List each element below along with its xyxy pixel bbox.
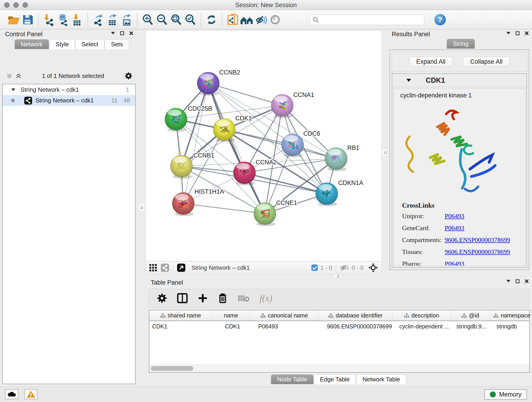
shared-column-icon bbox=[160, 313, 165, 318]
tab-network-table[interactable]: Network Table bbox=[356, 375, 406, 384]
cell-namespace[interactable]: stringdb bbox=[490, 323, 532, 330]
crosslink-link[interactable]: 9606.ENSP00000378699 bbox=[445, 236, 510, 244]
cell-name[interactable]: CDK1 bbox=[212, 323, 250, 330]
grid-view-icon[interactable] bbox=[149, 264, 157, 272]
zoom-out-icon[interactable] bbox=[155, 13, 169, 27]
table-settings-gear-icon[interactable] bbox=[157, 293, 167, 303]
help-icon[interactable]: ? bbox=[434, 14, 446, 26]
network-collection-row[interactable]: String Network – cdk1 1 bbox=[3, 84, 135, 95]
network-edge[interactable] bbox=[183, 83, 208, 204]
panel-float-icon[interactable] bbox=[515, 31, 520, 35]
homes-icon[interactable] bbox=[240, 13, 254, 27]
crosslink-link[interactable]: P06493 bbox=[445, 260, 464, 266]
share-document-icon[interactable] bbox=[225, 13, 240, 27]
network-node-CCNA2[interactable] bbox=[234, 162, 255, 185]
panel-close-icon[interactable] bbox=[129, 31, 133, 35]
panel-close-icon[interactable] bbox=[525, 31, 529, 35]
tab-style[interactable]: Style bbox=[49, 39, 75, 49]
network-node-HIST1H1A[interactable] bbox=[172, 192, 194, 216]
gear-icon[interactable] bbox=[125, 72, 133, 80]
tab-node-table[interactable]: Node Table bbox=[271, 375, 313, 384]
hidden-eye-icon[interactable] bbox=[340, 264, 349, 271]
expand-all-icon[interactable] bbox=[16, 73, 22, 79]
gene-collapse-icon[interactable] bbox=[406, 79, 411, 82]
import-table-icon[interactable] bbox=[70, 13, 84, 27]
zoom-in-icon[interactable] bbox=[141, 13, 155, 27]
panel-menu-icon[interactable] bbox=[111, 32, 115, 35]
cell-shared-name[interactable]: CDK1 bbox=[149, 323, 212, 330]
network-node-CCNE1[interactable] bbox=[254, 203, 276, 226]
column-header-id[interactable]: @id bbox=[451, 310, 490, 321]
tab-sets[interactable]: Sets bbox=[105, 39, 129, 49]
save-session-icon[interactable] bbox=[21, 13, 35, 27]
collection-expand-icon[interactable] bbox=[12, 89, 15, 91]
export-network-icon[interactable] bbox=[91, 13, 105, 27]
tab-edge-table[interactable]: Edge Table bbox=[314, 375, 356, 384]
column-header-namespace[interactable]: namespace bbox=[490, 310, 532, 321]
panel-close-icon[interactable] bbox=[525, 279, 529, 283]
hide-unhide-icon[interactable] bbox=[254, 13, 268, 27]
reposition-crosshair-icon[interactable] bbox=[368, 263, 378, 273]
gene-section-header[interactable]: CDK1 bbox=[392, 74, 526, 87]
birdseye-view-icon[interactable] bbox=[177, 263, 186, 272]
network-view-icon[interactable] bbox=[161, 263, 169, 272]
panel-menu-icon[interactable] bbox=[506, 32, 510, 35]
function-builder-icon[interactable]: f(x) bbox=[260, 293, 272, 304]
export-table-icon[interactable] bbox=[105, 13, 120, 27]
expand-all-button[interactable]: Expand All bbox=[409, 57, 453, 66]
delete-column-icon[interactable] bbox=[218, 293, 228, 303]
collapse-all-button[interactable]: Collapse All bbox=[463, 57, 510, 66]
network-row[interactable]: String Network – cdk1 11 48 bbox=[3, 95, 135, 106]
tab-select[interactable]: Select bbox=[75, 39, 104, 49]
cell-canonical-name[interactable]: P06493 bbox=[250, 323, 319, 330]
memory-button[interactable]: Memory bbox=[484, 389, 527, 400]
column-header-canonical-name[interactable]: canonical name bbox=[250, 310, 319, 321]
network-node-CDC6[interactable] bbox=[282, 134, 304, 157]
delete-table-icon[interactable] bbox=[238, 294, 249, 302]
network-node-RB1[interactable] bbox=[325, 148, 347, 171]
table-row[interactable]: CDK1 CDK1 P06493 9606.ENSP00000378699 cy… bbox=[149, 321, 529, 332]
column-header-shared-name[interactable]: shared name bbox=[149, 310, 212, 321]
birdseye-orb-icon[interactable] bbox=[268, 13, 282, 27]
zoom-fit-icon[interactable] bbox=[169, 13, 183, 27]
network-node-CCNA1[interactable] bbox=[271, 95, 293, 118]
refresh-icon[interactable] bbox=[204, 13, 219, 27]
crosslink-link[interactable]: P06493 bbox=[445, 224, 464, 232]
add-column-icon[interactable] bbox=[198, 293, 208, 303]
network-edge[interactable] bbox=[208, 83, 282, 105]
open-session-icon[interactable] bbox=[6, 13, 21, 27]
warnings-button[interactable] bbox=[24, 389, 38, 399]
search-field[interactable] bbox=[310, 14, 424, 25]
network-edge[interactable] bbox=[183, 204, 265, 214]
network-node-CDKN1A[interactable] bbox=[316, 183, 338, 206]
column-header-description[interactable]: description bbox=[393, 310, 451, 321]
left-splitter-handle[interactable] bbox=[138, 204, 145, 211]
import-database-icon[interactable] bbox=[56, 13, 70, 27]
export-image-icon[interactable] bbox=[120, 13, 134, 27]
cell-id[interactable]: stringdb:9... bbox=[451, 323, 490, 330]
import-network-icon[interactable] bbox=[42, 13, 56, 27]
zoom-selected-icon[interactable] bbox=[183, 13, 197, 27]
collapse-all-icon[interactable] bbox=[6, 73, 12, 79]
horizontal-scrollbar[interactable] bbox=[149, 364, 529, 372]
network-node-CDC25B[interactable] bbox=[165, 108, 187, 132]
bottom-splitter-handle[interactable] bbox=[335, 274, 342, 278]
scrollbar-thumb[interactable] bbox=[151, 366, 193, 371]
column-header-name[interactable]: name bbox=[212, 310, 250, 321]
cell-description[interactable]: cyclin-dependent ... bbox=[393, 323, 451, 330]
panel-float-icon[interactable] bbox=[120, 31, 124, 35]
column-header-database-identifier[interactable]: database identifier bbox=[319, 310, 393, 321]
crosslink-link[interactable]: P06493 bbox=[445, 212, 464, 220]
selected-checkbox-icon[interactable] bbox=[311, 264, 318, 271]
cloud-button[interactable] bbox=[5, 389, 18, 399]
tab-string[interactable]: String bbox=[447, 39, 475, 49]
network-canvas[interactable]: CCNB2CCNA1CDC25BCDK1CDC6RB1CCNB1CCNA2CDK… bbox=[146, 30, 382, 261]
tab-network[interactable]: Network bbox=[15, 39, 49, 49]
cell-database-identifier[interactable]: 9606.ENSP00000378699 bbox=[319, 323, 393, 330]
search-input[interactable] bbox=[319, 17, 418, 23]
panel-menu-icon[interactable] bbox=[506, 280, 510, 283]
show-columns-icon[interactable] bbox=[177, 293, 188, 303]
crosslink-link[interactable]: 9606.ENSP00000378699 bbox=[445, 248, 510, 255]
window-titlebar: Session: New Session bbox=[0, 0, 532, 10]
panel-float-icon[interactable] bbox=[515, 279, 520, 283]
